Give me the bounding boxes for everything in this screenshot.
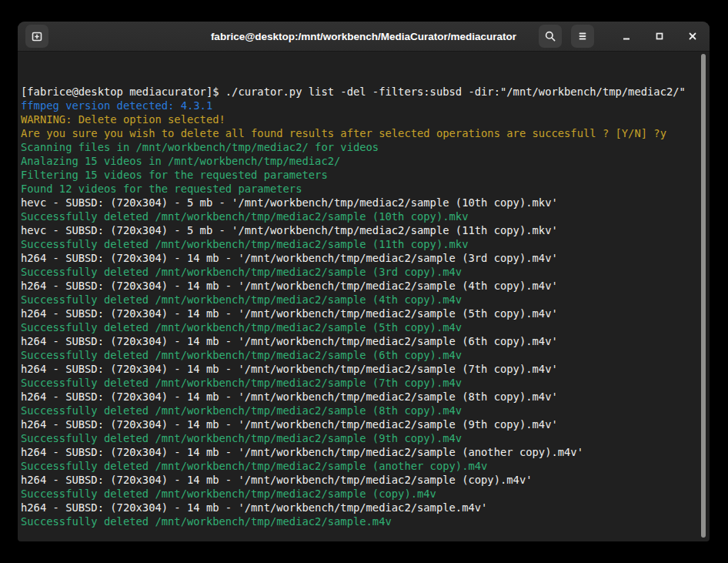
terminal-line: WARNING: Delete option selected! [21,112,699,126]
terminal-line: ffmpeg version detected: 4.3.1 [21,99,699,112]
terminal-line: h264 - SUBSD: (720x304) - 14 mb - '/mnt/… [21,445,699,459]
new-tab-button[interactable] [25,25,48,48]
terminal-line: Analazing 15 videos in /mnt/workbench/tm… [21,154,699,168]
terminal-line: hevc - SUBSD: (720x304) - 5 mb - '/mnt/w… [21,196,699,209]
terminal-line: Successfully deleted /mnt/workbench/tmp/… [21,348,699,362]
terminal-line: h264 - SUBSD: (720x304) - 14 mb - '/mnt/… [21,390,699,404]
terminal-screen[interactable]: [fabrice@desktop mediacurator]$ ./curato… [18,52,710,541]
maximize-icon [653,30,666,42]
scrollbar-thumb[interactable] [701,54,706,538]
terminal-line: Found 12 videos for the requested parame… [21,182,699,196]
minimize-icon [620,30,633,42]
terminal-line: Successfully deleted /mnt/workbench/tmp/… [21,487,699,501]
terminal-line: Filtering 15 videos for the requested pa… [21,168,699,182]
terminal-line: h264 - SUBSD: (720x304) - 14 mb - '/mnt/… [21,251,699,265]
terminal-line: Successfully deleted /mnt/workbench/tmp/… [21,431,699,445]
terminal-line: hevc - SUBSD: (720x304) - 5 mb - '/mnt/w… [21,223,699,237]
search-button[interactable] [539,25,562,48]
terminal-line: Successfully deleted /mnt/workbench/tmp/… [21,209,699,223]
terminal-line: Successfully deleted /mnt/workbench/tmp/… [21,404,699,417]
search-icon [544,30,556,42]
terminal-line: Successfully deleted /mnt/workbench/tmp/… [21,293,699,307]
terminal-line: Successfully deleted /mnt/workbench/tmp/… [21,514,699,528]
new-tab-icon [31,30,43,42]
terminal-line: h264 - SUBSD: (720x304) - 14 mb - '/mnt/… [21,473,699,487]
terminal-line: h264 - SUBSD: (720x304) - 14 mb - '/mnt/… [21,307,699,320]
terminal-line: h264 - SUBSD: (720x304) - 14 mb - '/mnt/… [21,501,699,514]
terminal-line: Successfully deleted /mnt/workbench/tmp/… [21,237,699,251]
terminal-line: h264 - SUBSD: (720x304) - 14 mb - '/mnt/… [21,334,699,348]
terminal-line: h264 - SUBSD: (720x304) - 14 mb - '/mnt/… [21,279,699,293]
terminal-output: [fabrice@desktop mediacurator]$ ./curato… [21,85,699,528]
close-icon [686,30,699,42]
terminal-line: h264 - SUBSD: (720x304) - 14 mb - '/mnt/… [21,417,699,431]
window-title: fabrice@desktop:/mnt/workbench/MediaCura… [211,31,516,42]
maximize-button[interactable] [650,27,669,45]
terminal-line: Successfully deleted /mnt/workbench/tmp/… [21,459,699,473]
terminal-line: Successfully deleted /mnt/workbench/tmp/… [21,265,699,279]
terminal-window: fabrice@desktop:/mnt/workbench/MediaCura… [18,22,710,541]
titlebar[interactable]: fabrice@desktop:/mnt/workbench/MediaCura… [18,22,710,52]
terminal-line: h264 - SUBSD: (720x304) - 14 mb - '/mnt/… [21,362,699,376]
terminal-line: Successfully deleted /mnt/workbench/tmp/… [21,320,699,334]
terminal-line: Successfully deleted /mnt/workbench/tmp/… [21,376,699,390]
titlebar-controls [539,25,702,48]
scrollbar-track[interactable] [700,52,708,541]
terminal-line: Are you sure you wish to delete all foun… [21,126,699,140]
terminal-line: [fabrice@desktop mediacurator]$ ./curato… [21,85,699,99]
hamburger-menu-icon [576,30,589,42]
close-button[interactable] [683,27,702,45]
minimize-button[interactable] [617,27,636,45]
menu-button[interactable] [571,25,594,48]
terminal-line: Scanning files in /mnt/workbench/tmp/med… [21,140,699,154]
